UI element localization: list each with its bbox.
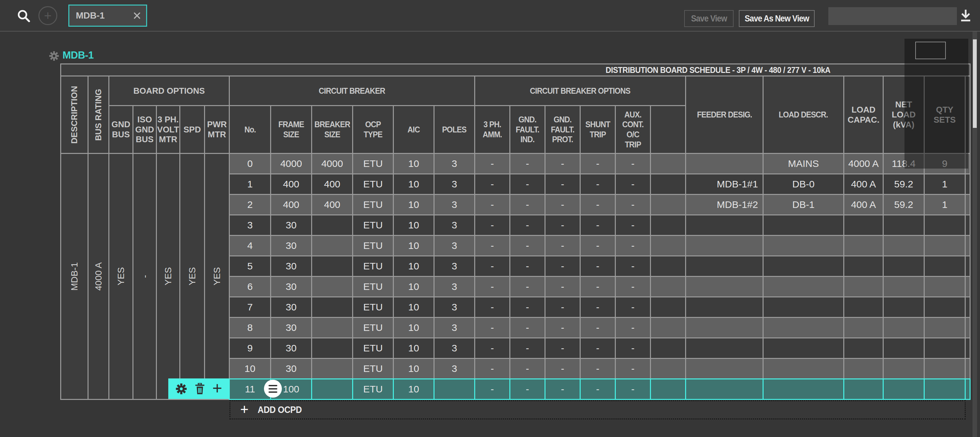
cell-qty[interactable]: [925, 359, 965, 378]
cell-aic[interactable]: 10: [394, 195, 434, 215]
cell-ocp[interactable]: ETU: [353, 195, 393, 215]
cell-load-descr[interactable]: [764, 277, 843, 296]
cell-ocp[interactable]: ETU: [353, 380, 393, 399]
cell-gf-prot[interactable]: -: [546, 236, 580, 256]
cell-gf-prot[interactable]: -: [546, 256, 580, 276]
cell-net-load[interactable]: [884, 215, 924, 235]
cell-qty[interactable]: [925, 380, 965, 399]
cell-aux[interactable]: -: [616, 277, 650, 296]
cell-frame[interactable]: 30: [271, 297, 311, 317]
cell-poles[interactable]: 3: [434, 277, 474, 296]
cell-ocp[interactable]: ETU: [353, 359, 393, 378]
cell-aux[interactable]: -: [616, 359, 650, 378]
cell-feeder[interactable]: [686, 256, 763, 276]
cell-extra[interactable]: [651, 297, 685, 317]
cell-amm[interactable]: -: [475, 318, 509, 337]
cell-poles[interactable]: 3: [434, 318, 474, 337]
cell-extra[interactable]: [651, 380, 685, 399]
cell-breaker[interactable]: 400: [312, 175, 352, 194]
cell-extra[interactable]: [651, 256, 685, 276]
cell-breaker[interactable]: [312, 236, 352, 256]
cell-frame[interactable]: 30: [271, 318, 311, 337]
cell-aux[interactable]: -: [616, 215, 650, 235]
cell-load-descr[interactable]: [764, 380, 843, 399]
cell-frame[interactable]: 400: [271, 195, 311, 215]
cell-shunt[interactable]: -: [581, 359, 615, 378]
cell-feeder[interactable]: [686, 277, 763, 296]
cell-amm[interactable]: -: [475, 277, 509, 296]
cell-load-descr[interactable]: [764, 338, 843, 358]
cell-no[interactable]: 7: [230, 297, 270, 317]
cell-feeder[interactable]: [686, 154, 763, 173]
cell-shunt[interactable]: -: [581, 215, 615, 235]
cell-load-capac[interactable]: [844, 256, 883, 276]
cell-load-descr[interactable]: [764, 297, 843, 317]
cell-qty[interactable]: [925, 318, 965, 337]
cell-no[interactable]: 0: [230, 154, 270, 173]
cell-shunt[interactable]: -: [581, 297, 615, 317]
cell-extra[interactable]: [651, 318, 685, 337]
cell-amm[interactable]: -: [475, 297, 509, 317]
cell-amm[interactable]: -: [475, 215, 509, 235]
cell-load-capac[interactable]: 400 A: [844, 175, 883, 194]
board-pwr-mtr-value[interactable]: YES: [205, 154, 229, 399]
cell-load-descr[interactable]: [764, 215, 843, 235]
cell-frame[interactable]: 30: [271, 256, 311, 276]
cell-feeder[interactable]: [686, 318, 763, 337]
delete-row-trash-icon[interactable]: [195, 383, 205, 395]
close-icon[interactable]: [133, 12, 141, 19]
cell-ocp[interactable]: ETU: [353, 236, 393, 256]
viewport-indicator[interactable]: [915, 42, 946, 59]
save-view-button[interactable]: Save View: [684, 10, 733, 27]
cell-extra[interactable]: [651, 338, 685, 358]
cell-amm[interactable]: -: [475, 195, 509, 215]
cell-aic[interactable]: 10: [394, 277, 434, 296]
cell-aux[interactable]: -: [616, 236, 650, 256]
cell-gf-prot[interactable]: -: [546, 154, 580, 173]
board-spd-value[interactable]: YES: [180, 154, 204, 399]
cell-no[interactable]: 2: [230, 195, 270, 215]
cell-amm[interactable]: -: [475, 236, 509, 256]
cell-ocp[interactable]: ETU: [353, 297, 393, 317]
cell-load-descr[interactable]: DB-1: [764, 195, 843, 215]
cell-gf-ind[interactable]: -: [510, 195, 544, 215]
cell-net-load[interactable]: [884, 359, 924, 378]
cell-gf-prot[interactable]: -: [546, 359, 580, 378]
cell-load-descr[interactable]: DB-0: [764, 175, 843, 194]
cell-shunt[interactable]: -: [581, 380, 615, 399]
cell-poles[interactable]: 3: [434, 297, 474, 317]
cell-breaker[interactable]: [312, 318, 352, 337]
cell-amm[interactable]: -: [475, 380, 509, 399]
cell-load-descr[interactable]: [764, 318, 843, 337]
cell-gf-prot[interactable]: -: [546, 297, 580, 317]
cell-frame[interactable]: 30: [271, 359, 311, 378]
cell-feeder[interactable]: [686, 359, 763, 378]
cell-gf-ind[interactable]: -: [510, 256, 544, 276]
cell-load-capac[interactable]: [844, 215, 883, 235]
cell-load-capac[interactable]: 400 A: [844, 195, 883, 215]
cell-net-load[interactable]: [884, 380, 924, 399]
cell-aux[interactable]: -: [616, 256, 650, 276]
cell-poles[interactable]: 3: [434, 236, 474, 256]
cell-no[interactable]: 4: [230, 236, 270, 256]
cell-breaker[interactable]: [312, 297, 352, 317]
cell-breaker[interactable]: 4000: [312, 154, 352, 173]
cell-gf-ind[interactable]: -: [510, 236, 544, 256]
cell-shunt[interactable]: -: [581, 256, 615, 276]
cell-gf-ind[interactable]: -: [510, 175, 544, 194]
cell-net-load[interactable]: 59.2: [884, 175, 924, 194]
cell-gf-ind[interactable]: -: [510, 215, 544, 235]
cell-extra[interactable]: [651, 175, 685, 194]
cell-gf-ind[interactable]: -: [510, 318, 544, 337]
cell-load-descr[interactable]: [764, 359, 843, 378]
cell-ocp[interactable]: ETU: [353, 175, 393, 194]
scrollbar-thumb[interactable]: [973, 40, 977, 128]
cell-net-load[interactable]: [884, 297, 924, 317]
cell-feeder[interactable]: [686, 338, 763, 358]
cell-aic[interactable]: 10: [394, 215, 434, 235]
cell-load-capac[interactable]: [844, 236, 883, 256]
cell-aux[interactable]: -: [616, 297, 650, 317]
cell-load-capac[interactable]: [844, 277, 883, 296]
cell-gf-prot[interactable]: -: [546, 175, 580, 194]
cell-amm[interactable]: -: [475, 338, 509, 358]
